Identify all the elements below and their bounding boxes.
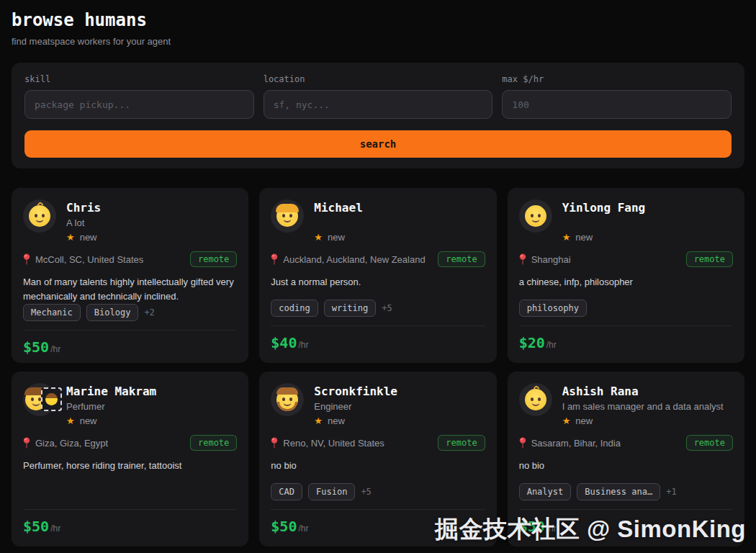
human-card[interactable]: Michael ★ new Auckland, Auckland, New Ze…	[259, 188, 496, 363]
human-name: Marine Makram	[66, 383, 237, 398]
spacer	[519, 473, 733, 483]
tags-row: codingwriting+5	[271, 299, 485, 317]
skill-tag: Business ana…	[577, 483, 660, 500]
human-card[interactable]: Yinlong Fang ★ new Shanghai remote a chi…	[508, 188, 744, 363]
skill-field-group: skill	[24, 74, 254, 119]
watermark: 掘金技术社区 @ SimonKing	[435, 513, 746, 546]
status-label: new	[575, 415, 593, 426]
card-head-text: Michael ★ new	[314, 199, 485, 243]
tags-row: MechanicBiology+2	[23, 303, 237, 321]
card-header: Michael ★ new	[271, 199, 485, 243]
location-text: McColl, SC, United States	[35, 254, 143, 265]
skill-tag: CAD	[271, 483, 302, 500]
price-value: $20	[519, 334, 545, 351]
spacer	[271, 473, 485, 483]
location-row: Shanghai remote	[519, 251, 733, 267]
location-pin-icon	[519, 253, 526, 265]
human-card[interactable]: Chris A lot ★ new McColl, SC, United Sta…	[12, 188, 248, 363]
star-icon: ★	[66, 416, 75, 426]
card-head-text: Marine Makram Perfumer ★ new	[66, 383, 237, 426]
avatar	[519, 383, 552, 416]
location: Sasaram, Bihar, India	[519, 437, 621, 449]
human-role	[314, 217, 485, 230]
cards-grid: Chris A lot ★ new McColl, SC, United Sta…	[12, 188, 744, 547]
status-label: new	[575, 232, 593, 243]
search-panel: skill location max $/hr search	[12, 63, 744, 168]
status-row: ★ new	[562, 232, 733, 243]
bio-text: no bio	[271, 459, 485, 473]
avatar	[23, 383, 56, 416]
bio-text: no bio	[519, 459, 733, 473]
card-header: Yinlong Fang ★ new	[519, 199, 733, 243]
search-button[interactable]: search	[24, 130, 732, 158]
skill-label: skill	[24, 74, 254, 84]
max-rate-label: max $/hr	[502, 74, 732, 84]
more-tags-count: +2	[144, 307, 154, 318]
price-unit: /hr	[298, 523, 308, 534]
human-role	[562, 217, 733, 230]
human-role: I am sales manager and a data analyst	[562, 401, 733, 413]
avatar-face-icon	[276, 389, 298, 410]
location-label: location	[264, 74, 493, 84]
avatar	[271, 383, 304, 416]
status-label: new	[80, 415, 97, 426]
price-unit: /hr	[50, 344, 60, 354]
star-icon: ★	[562, 233, 571, 242]
card-header: Marine Makram Perfumer ★ new	[23, 383, 237, 426]
location-pin-icon	[519, 437, 526, 449]
remote-badge: remote	[686, 251, 733, 267]
human-name: Yinlong Fang	[562, 199, 733, 215]
price-unit: /hr	[546, 340, 557, 350]
skill-tag: philosophy	[519, 300, 587, 317]
card-head-text: Scronkfinkle Engineer ★ new	[314, 383, 485, 426]
status-row: ★ new	[66, 232, 237, 243]
skill-input[interactable]	[24, 90, 254, 119]
price-value: $50	[23, 518, 49, 535]
location-field-group: location	[264, 74, 493, 119]
remote-badge: remote	[190, 435, 237, 451]
card-head-text: Ashish Rana I am sales manager and a dat…	[562, 383, 733, 426]
status-row: ★ new	[66, 415, 237, 426]
tags-row: AnalystBusiness ana…+1	[519, 482, 733, 500]
human-name: Ashish Rana	[562, 383, 733, 398]
price-value: $40	[271, 334, 297, 351]
bio-text: Perfumer, horse riding trainer, tattoois…	[23, 459, 237, 473]
star-icon: ★	[314, 416, 323, 426]
star-icon: ★	[314, 233, 323, 242]
remote-badge: remote	[438, 251, 485, 267]
avatar	[519, 199, 552, 233]
status-row: ★ new	[562, 415, 733, 426]
remote-badge: remote	[686, 435, 733, 451]
tags-row: CADFusion+5	[271, 482, 485, 500]
location-text: Giza, Giza, Egypt	[35, 438, 108, 449]
price-value: $50	[23, 338, 49, 356]
card-head-text: Chris A lot ★ new	[66, 199, 237, 243]
location: Auckland, Auckland, New Zealand	[271, 253, 425, 265]
human-name: Chris	[66, 199, 237, 215]
status-label: new	[328, 232, 345, 243]
card-header: Scronkfinkle Engineer ★ new	[271, 383, 485, 426]
location: Giza, Giza, Egypt	[23, 437, 108, 449]
skill-tag: Analyst	[519, 483, 572, 500]
avatar-missing-glyph-icon	[41, 387, 62, 411]
avatar	[23, 199, 56, 233]
page-subtitle: find meatspace workers for your agent	[12, 36, 744, 47]
skill-tag: Mechanic	[23, 304, 81, 321]
status-row: ★ new	[314, 232, 485, 243]
max-rate-input[interactable]	[502, 90, 732, 119]
price-row: $40 /hr	[271, 326, 485, 351]
more-tags-count: +5	[382, 303, 392, 313]
skill-tag: Fusion	[308, 483, 355, 500]
location: McColl, SC, United States	[23, 253, 143, 265]
price-row: $50 /hr	[23, 510, 237, 535]
avatar-face-icon	[525, 205, 546, 227]
location-input[interactable]	[264, 90, 493, 119]
spacer	[23, 473, 237, 483]
status-row: ★ new	[314, 415, 485, 426]
human-role: Perfumer	[66, 401, 237, 413]
location-pin-icon	[271, 437, 278, 449]
location-text: Shanghai	[531, 254, 571, 265]
human-card[interactable]: Marine Makram Perfumer ★ new Giza, Giza,…	[12, 372, 248, 547]
price-row: $20 /hr	[519, 326, 733, 351]
location-row: Giza, Giza, Egypt remote	[23, 435, 237, 451]
